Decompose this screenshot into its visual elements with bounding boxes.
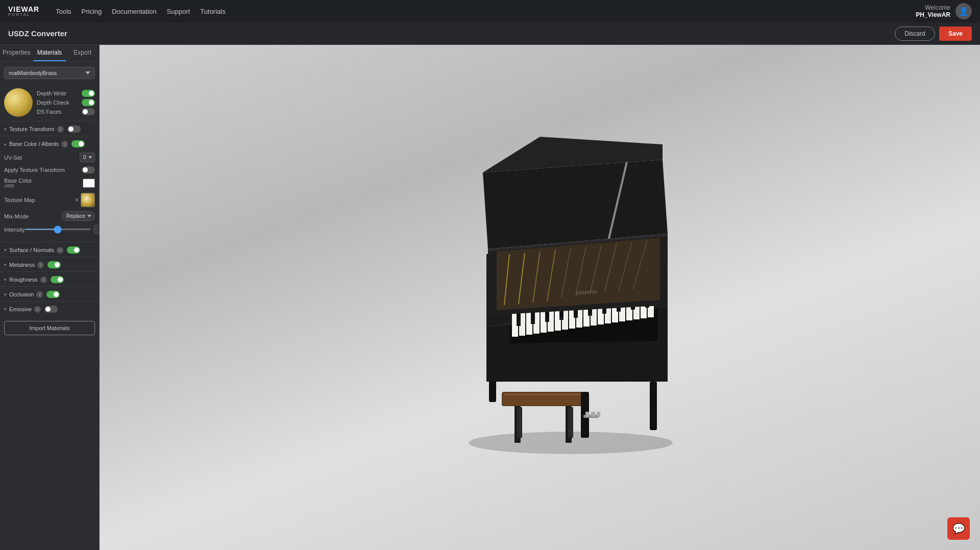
tab-properties[interactable]: Properties — [0, 45, 33, 61]
nav-pricing[interactable]: Pricing — [82, 8, 102, 15]
occlusion-chevron: ▾ — [4, 292, 7, 297]
svg-rect-3 — [517, 407, 522, 438]
material-selector-wrap: matMainbodyBrass matBody matKeys — [0, 62, 99, 84]
svg-rect-4 — [568, 407, 573, 438]
metalness-chevron: ▾ — [4, 262, 7, 267]
main-layout: Properties Materials Export matMainbodyB… — [0, 45, 980, 550]
uv-set-select[interactable]: 01 — [80, 153, 95, 162]
base-color-swatch-label: Base Color — [4, 178, 32, 184]
intensity-slider[interactable] — [25, 229, 91, 230]
base-color-chevron: ▴ — [4, 141, 7, 146]
base-color-swatch[interactable] — [83, 179, 95, 188]
intensity-input[interactable] — [94, 225, 100, 234]
mix-mode-select[interactable]: ReplaceMultiplyAdd — [62, 211, 95, 221]
texture-transform-chevron: ▾ — [4, 127, 7, 132]
app-logo[interactable]: VIEWAR PORTAL — [8, 6, 39, 17]
surface-normals-chevron: ▾ — [4, 247, 7, 253]
tab-export[interactable]: Export — [66, 45, 99, 61]
top-navigation: VIEWAR PORTAL Tools Pricing Documentatio… — [0, 0, 980, 22]
mix-mode-label: Mix-Mode — [4, 213, 62, 219]
logo-bottom: PORTAL — [8, 13, 39, 17]
roughness-chevron: ▾ — [4, 277, 7, 282]
depth-write-toggle[interactable] — [82, 90, 95, 97]
material-preview: Depth Write Depth Check DS Faces — [0, 84, 99, 121]
nav-right: Welcome PH_ViewAR 👤 — [916, 3, 972, 19]
base-color-label: Base Color / Albedo — [9, 141, 59, 147]
texture-transform-toggle[interactable] — [67, 126, 81, 133]
texture-map-row: Texture Map × — [4, 193, 95, 207]
texture-thumbnail[interactable] — [81, 193, 95, 207]
emissive-chevron: ▾ — [4, 307, 7, 312]
material-preview-sphere — [4, 88, 33, 117]
occlusion-info-icon: i — [36, 291, 43, 298]
texture-map-label: Texture Map — [4, 197, 75, 203]
page-title: USDZ Converter — [8, 29, 895, 38]
surface-normals-toggle[interactable] — [67, 246, 80, 254]
svg-rect-14 — [597, 412, 600, 417]
sidebar: Properties Materials Export matMainbodyB… — [0, 45, 100, 550]
3d-viewport[interactable]: YAMAHA 💬 — [100, 45, 980, 550]
occlusion-toggle[interactable] — [46, 291, 60, 298]
svg-rect-12 — [585, 412, 590, 417]
emissive-label: Emissive — [9, 306, 32, 312]
depth-write-row: Depth Write — [37, 90, 95, 97]
roughness-toggle[interactable] — [51, 276, 64, 283]
surface-normals-label: Surface / Normals — [9, 247, 54, 253]
mix-mode-row: Mix-Mode ReplaceMultiplyAdd — [4, 211, 95, 221]
uv-set-row: UV-Set 01 — [4, 153, 95, 162]
base-color-swatch-row: Base Color #ffffff — [4, 178, 95, 189]
base-color-content: UV-Set 01 Apply Texture Transform Base C… — [0, 151, 99, 242]
depth-check-toggle[interactable] — [82, 99, 95, 106]
metalness-label: Metalness — [9, 262, 35, 268]
user-avatar[interactable]: 👤 — [955, 3, 972, 19]
emissive-header[interactable]: ▾ Emissive i — [0, 301, 99, 316]
chat-button[interactable]: 💬 — [947, 517, 970, 540]
surface-normals-header[interactable]: ▾ Surface / Normals i — [0, 242, 99, 257]
occlusion-label: Occlusion — [9, 291, 34, 297]
roughness-label: Roughness — [9, 277, 38, 283]
base-color-header[interactable]: ▴ Base Color / Albedo i — [0, 136, 99, 151]
apply-texture-transform-label: Apply Texture Transform — [4, 167, 82, 173]
svg-rect-7 — [504, 393, 585, 395]
base-color-hex: #ffffff — [4, 184, 32, 189]
ds-faces-toggle[interactable] — [82, 108, 95, 115]
roughness-header[interactable]: ▾ Roughness i — [0, 271, 99, 286]
logo-top: VIEWAR — [8, 6, 39, 13]
nav-support[interactable]: Support — [167, 8, 190, 15]
ds-faces-label: DS Faces — [37, 109, 61, 115]
svg-rect-9 — [650, 382, 657, 430]
svg-rect-13 — [591, 412, 595, 417]
texture-remove-icon[interactable]: × — [75, 196, 79, 204]
tab-materials[interactable]: Materials — [33, 45, 66, 61]
uv-set-label: UV-Set — [4, 155, 80, 161]
depth-check-row: Depth Check — [37, 99, 95, 106]
emissive-toggle[interactable] — [44, 306, 58, 313]
depth-write-label: Depth Write — [37, 90, 66, 96]
material-settings: Depth Write Depth Check DS Faces — [37, 90, 95, 115]
apply-texture-transform-toggle[interactable] — [82, 166, 95, 173]
base-color-toggle[interactable] — [71, 140, 85, 147]
nav-tools[interactable]: Tools — [56, 8, 71, 15]
ds-faces-row: DS Faces — [37, 108, 95, 115]
nav-documentation[interactable]: Documentation — [112, 8, 156, 15]
texture-transform-header[interactable]: ▾ Texture Transform i — [0, 121, 99, 136]
occlusion-header[interactable]: ▾ Occlusion i — [0, 286, 99, 301]
depth-check-label: Depth Check — [37, 99, 69, 106]
metalness-toggle[interactable] — [47, 261, 61, 268]
surface-normals-info-icon: i — [57, 247, 63, 254]
nav-links: Tools Pricing Documentation Support Tuto… — [56, 8, 225, 15]
import-materials-button[interactable]: Import Materials — [4, 321, 95, 335]
material-dropdown[interactable]: matMainbodyBrass matBody matKeys — [4, 67, 95, 79]
piano-model: YAMAHA — [407, 132, 673, 463]
discard-button[interactable]: Discard — [895, 27, 935, 41]
texture-transform-info-icon: i — [57, 126, 64, 133]
base-color-info-icon: i — [61, 141, 68, 147]
nav-tutorials[interactable]: Tutorials — [200, 8, 225, 15]
metalness-header[interactable]: ▾ Metalness i — [0, 257, 99, 271]
tab-bar: Properties Materials Export — [0, 45, 99, 62]
chat-icon: 💬 — [952, 522, 965, 535]
roughness-info-icon: i — [40, 277, 47, 283]
save-button[interactable]: Save — [939, 27, 972, 41]
intensity-label: Intensity — [4, 227, 25, 233]
intensity-row: Intensity — [4, 225, 95, 234]
